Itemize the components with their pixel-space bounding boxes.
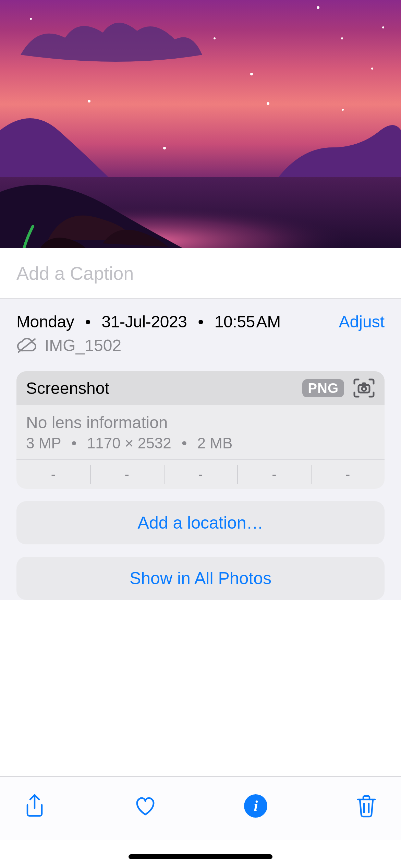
svg-point-10: [342, 109, 344, 111]
heart-icon: [133, 793, 158, 819]
bullet-separator: •: [182, 435, 187, 451]
svg-point-0: [30, 18, 32, 20]
svg-point-8: [371, 68, 373, 70]
cloud-off-icon: [16, 338, 37, 353]
add-location-button[interactable]: Add a location…: [16, 501, 385, 544]
exif-cell: -: [311, 460, 385, 489]
date-row: Monday • 31-Jul-2023 • 10:55 AM Adjust: [16, 312, 385, 331]
exif-row: - - - - -: [16, 460, 385, 489]
svg-point-3: [250, 73, 253, 75]
lens-info-label: No lens information: [26, 413, 375, 432]
info-button[interactable]: i: [240, 791, 271, 821]
svg-point-7: [341, 37, 343, 39]
favorite-button[interactable]: [130, 791, 161, 821]
caption-input[interactable]: [16, 263, 385, 284]
exif-cell: -: [164, 460, 238, 489]
screenshot-icon: [353, 378, 375, 398]
adjust-button[interactable]: Adjust: [339, 312, 385, 331]
card-header: Screenshot PNG: [16, 371, 385, 405]
bottom-toolbar: i: [0, 776, 401, 840]
image-info-card: Screenshot PNG No lens informa: [16, 371, 385, 489]
date-text: Monday • 31-Jul-2023 • 10:55 AM: [16, 312, 281, 331]
share-button[interactable]: [19, 791, 50, 821]
delete-button[interactable]: [351, 791, 382, 821]
caption-row: [0, 248, 401, 299]
filename-row: IMG_1502: [16, 336, 385, 355]
dimensions-label: 401 × 868: [87, 435, 171, 451]
card-title: Screenshot: [26, 379, 109, 398]
svg-point-6: [317, 6, 319, 9]
svg-point-15: [362, 387, 366, 391]
bullet-separator: •: [71, 435, 76, 451]
date-label: 31-Jul-2023: [102, 313, 187, 331]
exif-cell: -: [90, 460, 164, 489]
photo-info-panel: Monday • 31-Jul-2023 • 10:55 AM Adjust I…: [0, 299, 401, 600]
image-specs: 3 MP • 401 × 868 • 2 MB: [26, 435, 375, 452]
format-badge: PNG: [302, 379, 344, 397]
svg-point-2: [163, 147, 166, 149]
show-all-photos-button[interactable]: Show in All Photos: [16, 557, 385, 600]
card-body: No lens information 3 MP • 401 × 868 •…: [16, 405, 385, 460]
svg-point-5: [214, 37, 216, 39]
home-indicator[interactable]: [129, 854, 272, 859]
exif-cell: -: [16, 460, 90, 489]
bullet-separator: •: [81, 313, 95, 331]
trash-icon: [354, 793, 379, 819]
filesize-label: 2 MB: [197, 435, 233, 451]
share-icon: [22, 793, 47, 819]
svg-point-1: [88, 100, 90, 103]
time-label: 10:55 AM: [215, 313, 281, 331]
filename-label: IMG_1502: [45, 336, 121, 355]
svg-point-9: [382, 26, 384, 28]
exif-cell: -: [237, 460, 311, 489]
info-icon: i: [244, 794, 267, 818]
bullet-separator: •: [194, 313, 208, 331]
megapixels-label: 3 MP: [26, 435, 61, 451]
photo-preview[interactable]: [0, 0, 401, 248]
svg-point-4: [267, 102, 269, 105]
weekday-label: Monday: [16, 313, 74, 331]
